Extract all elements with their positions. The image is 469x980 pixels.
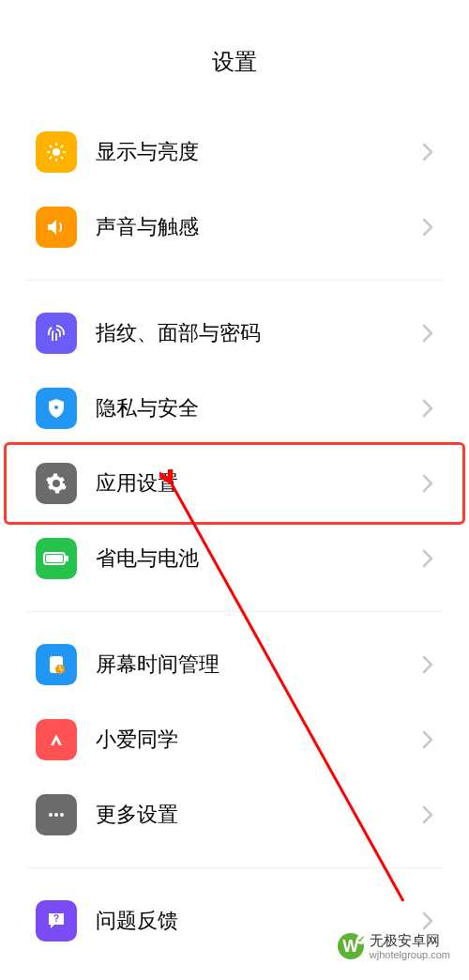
settings-item-battery[interactable]: 省电与电池 <box>26 521 443 596</box>
svg-line-8 <box>61 145 63 147</box>
feedback-icon: ? <box>36 900 77 942</box>
svg-point-9 <box>54 406 58 409</box>
chevron-right-icon <box>422 730 433 749</box>
sound-icon <box>36 207 77 248</box>
divider <box>26 867 443 868</box>
divider <box>26 611 443 612</box>
svg-line-7 <box>50 157 52 159</box>
chevron-right-icon <box>422 399 433 418</box>
settings-item-display[interactable]: 显示与亮度 <box>26 115 443 190</box>
chevron-right-icon <box>422 655 433 674</box>
more-icon <box>36 794 77 835</box>
item-label: 应用设置 <box>96 469 422 498</box>
chevron-right-icon <box>422 143 433 161</box>
item-label: 更多设置 <box>96 801 422 829</box>
watermark: W 无极安卓网 wjhotelgroup.com <box>338 932 450 961</box>
svg-point-15 <box>49 813 53 817</box>
item-label: 屏幕时间管理 <box>96 651 422 679</box>
item-label: 声音与触感 <box>96 213 422 241</box>
settings-item-more[interactable]: 更多设置 <box>26 777 443 852</box>
chevron-right-icon <box>422 911 433 930</box>
watermark-logo: W <box>338 933 364 959</box>
item-label: 问题反馈 <box>96 907 422 935</box>
page-title: 设置 <box>0 0 469 115</box>
settings-item-privacy[interactable]: 隐私与安全 <box>26 371 443 446</box>
svg-line-6 <box>61 157 63 159</box>
item-label: 显示与亮度 <box>96 138 422 166</box>
group-1: 指纹、面部与密码 隐私与安全 应用设置 省电与电池 <box>0 296 469 596</box>
brightness-icon <box>36 131 77 173</box>
chevron-right-icon <box>422 805 433 824</box>
svg-text:?: ? <box>53 913 59 924</box>
fingerprint-icon <box>36 313 77 354</box>
settings-item-apps[interactable]: 应用设置 <box>26 446 443 521</box>
settings-item-xiaoai[interactable]: 小爱同学 <box>26 702 443 777</box>
group-0: 显示与亮度 声音与触感 <box>0 115 469 265</box>
chevron-right-icon <box>422 218 433 237</box>
item-label: 指纹、面部与密码 <box>96 319 422 347</box>
chevron-right-icon <box>422 324 433 343</box>
svg-rect-11 <box>46 555 63 562</box>
chevron-right-icon <box>422 474 433 493</box>
svg-line-5 <box>50 145 52 147</box>
shield-icon <box>36 388 77 429</box>
battery-icon <box>36 538 77 579</box>
item-label: 隐私与安全 <box>96 394 422 422</box>
watermark-brand: 无极安卓网 <box>370 932 450 949</box>
screentime-icon <box>36 644 77 685</box>
svg-point-0 <box>53 148 60 156</box>
watermark-url: wjhotelgroup.com <box>370 949 450 961</box>
svg-point-17 <box>60 813 64 817</box>
settings-item-biometrics[interactable]: 指纹、面部与密码 <box>26 296 443 371</box>
group-2: 屏幕时间管理 小爱同学 更多设置 <box>0 627 469 852</box>
divider <box>26 280 443 281</box>
item-label: 省电与电池 <box>96 544 422 573</box>
chevron-right-icon <box>422 549 433 568</box>
settings-item-screentime[interactable]: 屏幕时间管理 <box>26 627 443 702</box>
xiaoai-icon <box>36 719 77 760</box>
settings-item-sound[interactable]: 声音与触感 <box>26 190 443 265</box>
svg-point-16 <box>54 813 58 817</box>
gear-icon <box>36 463 77 504</box>
item-label: 小爱同学 <box>96 726 422 754</box>
svg-rect-12 <box>66 556 68 561</box>
